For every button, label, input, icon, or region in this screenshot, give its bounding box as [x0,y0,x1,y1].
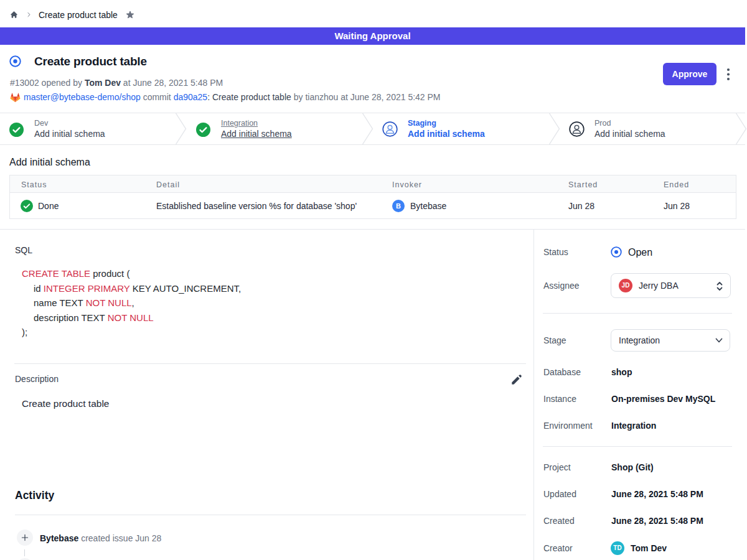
svg-text:B: B [396,202,401,210]
